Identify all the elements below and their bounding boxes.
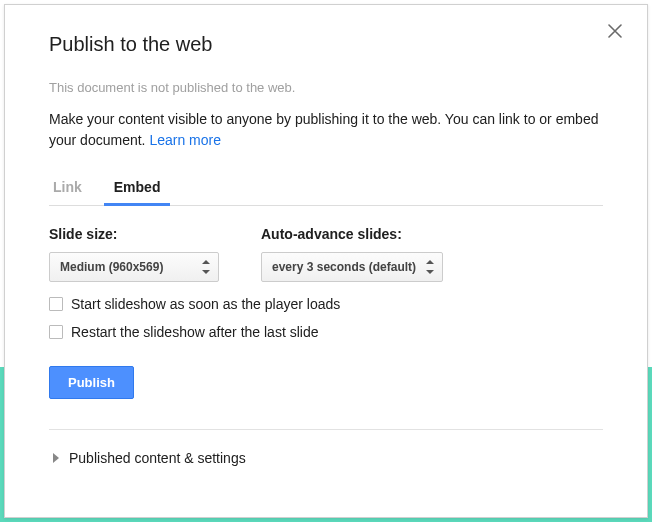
slide-size-group: Slide size: Medium (960x569) <box>49 226 219 282</box>
triangle-right-icon <box>53 453 59 463</box>
publish-status: This document is not published to the we… <box>49 80 603 95</box>
slide-size-value: Medium (960x569) <box>60 260 163 274</box>
restart-row: Restart the slideshow after the last sli… <box>49 324 603 340</box>
description-text: Make your content visible to anyone by p… <box>49 111 598 148</box>
dialog-title: Publish to the web <box>49 33 603 56</box>
tab-link[interactable]: Link <box>49 171 86 205</box>
publish-dialog: Publish to the web This document is not … <box>4 4 648 518</box>
close-button[interactable] <box>603 19 627 43</box>
auto-advance-group: Auto-advance slides: every 3 seconds (de… <box>261 226 443 282</box>
settings-expander[interactable]: Published content & settings <box>49 450 603 466</box>
auto-advance-label: Auto-advance slides: <box>261 226 443 242</box>
restart-checkbox[interactable] <box>49 325 63 339</box>
auto-advance-value: every 3 seconds (default) <box>272 260 416 274</box>
publish-button[interactable]: Publish <box>49 366 134 399</box>
auto-advance-select[interactable]: every 3 seconds (default) <box>261 252 443 282</box>
divider <box>49 429 603 430</box>
tabs-container: Link Embed <box>49 171 603 206</box>
tab-embed[interactable]: Embed <box>110 171 165 205</box>
updown-arrows-icon <box>202 260 210 274</box>
slide-size-label: Slide size: <box>49 226 219 242</box>
updown-arrows-icon <box>426 260 434 274</box>
restart-label: Restart the slideshow after the last sli… <box>71 324 318 340</box>
dialog-description: Make your content visible to anyone by p… <box>49 109 603 151</box>
expander-label: Published content & settings <box>69 450 246 466</box>
slide-size-select[interactable]: Medium (960x569) <box>49 252 219 282</box>
learn-more-link[interactable]: Learn more <box>149 132 221 148</box>
controls-row: Slide size: Medium (960x569) Auto-advanc… <box>49 226 603 282</box>
autostart-checkbox[interactable] <box>49 297 63 311</box>
autostart-label: Start slideshow as soon as the player lo… <box>71 296 340 312</box>
close-icon <box>608 24 622 38</box>
autostart-row: Start slideshow as soon as the player lo… <box>49 296 603 312</box>
